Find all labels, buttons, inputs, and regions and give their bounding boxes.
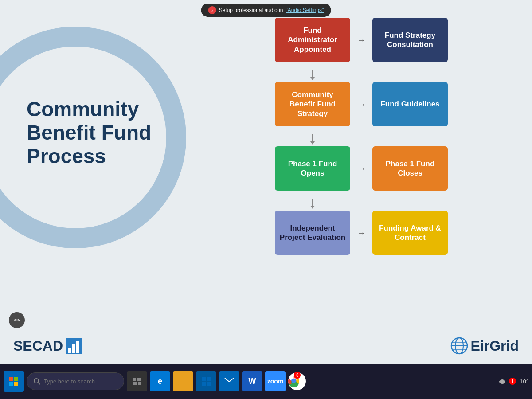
flow-row-4: Independent Project Evaluation → Funding…	[275, 211, 505, 255]
mail-icon[interactable]	[219, 371, 239, 391]
svg-rect-2	[76, 341, 79, 353]
main-title: Community Benefit Fund Process	[27, 98, 151, 168]
store-icon[interactable]	[196, 371, 216, 391]
secad-text: SECAD	[13, 338, 63, 354]
svg-line-13	[38, 383, 40, 384]
v-arrow-3	[310, 199, 315, 209]
svg-rect-0	[68, 348, 71, 353]
start-button[interactable]	[4, 371, 24, 392]
svg-rect-15	[137, 378, 141, 381]
notification-badge: 1	[509, 378, 516, 385]
fund-administrator-box: Fund Administrator Appointed	[275, 18, 350, 62]
main-screen: ♪ Setup professional audio in "Audio Set…	[0, 0, 532, 364]
connector-3-4	[275, 199, 505, 209]
title-line2: Benefit Fund	[27, 121, 151, 145]
title-line3: Process	[27, 145, 151, 168]
taskbar: e W zoom	[0, 364, 532, 399]
svg-rect-16	[133, 382, 137, 385]
svg-rect-19	[207, 377, 211, 381]
cloud-icon	[498, 378, 505, 385]
arrow-row1: →	[355, 35, 368, 45]
eirgrid-globe-icon	[450, 337, 468, 355]
arrow-row3: →	[355, 164, 368, 174]
connector-2-3	[275, 134, 505, 145]
funding-award-contract-box: Funding Award & Contract	[372, 211, 448, 255]
fund-strategy-consultation-box: Fund Strategy Consultation	[372, 18, 448, 62]
audio-prefix: Setup professional audio in	[219, 7, 283, 13]
fund-guidelines-box: Fund Guidelines	[372, 82, 448, 126]
svg-rect-1	[72, 344, 75, 353]
svg-rect-14	[133, 378, 136, 381]
eirgrid-logo: EirGrid	[450, 337, 519, 355]
phase1-fund-closes-box: Phase 1 Fund Closes	[372, 146, 448, 191]
svg-rect-10	[9, 382, 13, 386]
arrow-row4: →	[355, 228, 368, 238]
chrome-badge: 8	[294, 372, 301, 379]
v-arrow-1	[310, 70, 315, 80]
svg-rect-20	[202, 382, 206, 386]
title-line1: Community	[27, 98, 151, 121]
chrome-icon[interactable]: 8	[288, 372, 306, 390]
folder-icon[interactable]	[173, 371, 193, 391]
svg-rect-9	[14, 377, 18, 381]
music-icon: ♪	[208, 6, 216, 14]
search-input[interactable]	[44, 378, 115, 385]
eirgrid-text: EirGrid	[471, 338, 519, 354]
community-benefit-strategy-box: Community Benefit Fund Strategy	[275, 82, 350, 126]
search-bar[interactable]	[27, 372, 124, 390]
arrow-row2: →	[355, 99, 368, 110]
temperature: 10°	[520, 378, 528, 385]
svg-point-25	[292, 379, 296, 383]
zoom-icon[interactable]: zoom	[265, 371, 286, 391]
svg-rect-21	[207, 382, 211, 386]
svg-rect-18	[202, 377, 206, 381]
secad-logo: SECAD	[13, 338, 82, 354]
bottom-logos: SECAD EirGrid	[0, 337, 532, 355]
svg-rect-11	[14, 382, 18, 386]
taskview-icon[interactable]	[127, 371, 147, 391]
svg-point-28	[500, 379, 505, 383]
svg-rect-8	[9, 377, 13, 381]
v-arrow-2	[310, 134, 315, 145]
taskbar-right: 1 10°	[498, 378, 528, 385]
svg-point-12	[34, 379, 39, 383]
secad-icon	[66, 338, 82, 354]
flow-row-1: Fund Administrator Appointed → Fund Stra…	[275, 18, 505, 62]
flow-diagram: Fund Administrator Appointed → Fund Stra…	[275, 18, 505, 263]
edge-icon[interactable]: e	[150, 371, 170, 391]
edit-icon[interactable]: ✏	[9, 312, 25, 328]
audio-notification-bar[interactable]: ♪ Setup professional audio in "Audio Set…	[201, 4, 331, 17]
svg-rect-17	[138, 382, 141, 385]
flow-row-3: Phase 1 Fund Opens → Phase 1 Fund Closes	[275, 146, 505, 191]
search-icon	[33, 378, 40, 385]
independent-project-eval-box: Independent Project Evaluation	[275, 211, 350, 255]
phase1-fund-opens-box: Phase 1 Fund Opens	[275, 146, 350, 191]
audio-settings-link[interactable]: "Audio Settings"	[286, 7, 324, 13]
flow-row-2: Community Benefit Fund Strategy → Fund G…	[275, 82, 505, 126]
connector-1-2	[275, 70, 505, 80]
word-icon[interactable]: W	[242, 371, 262, 391]
